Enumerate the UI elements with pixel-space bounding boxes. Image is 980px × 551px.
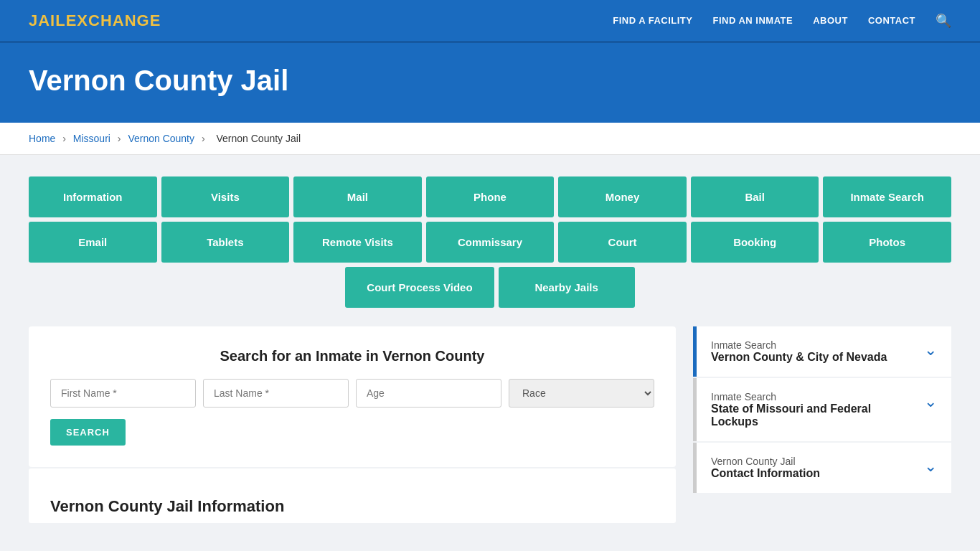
search-button[interactable]: SEARCH	[50, 419, 126, 446]
btn-tablets[interactable]: Tablets	[161, 222, 290, 263]
info-section: Vernon County Jail Information	[29, 468, 676, 523]
nav-find-inmate[interactable]: FIND AN INMATE	[712, 15, 793, 26]
btn-phone[interactable]: Phone	[426, 176, 555, 217]
sidebar-label-1: Inmate Search	[711, 339, 917, 351]
nav-button-row-3: Court Process Video Nearby Jails	[29, 267, 951, 308]
breadcrumb-home[interactable]: Home	[29, 133, 55, 144]
btn-court[interactable]: Court	[558, 222, 687, 263]
breadcrumb-sep-2: ›	[118, 133, 121, 144]
site-logo[interactable]: JAILEXCHANGE	[29, 11, 161, 30]
page-title: Vernon County Jail	[29, 65, 951, 97]
breadcrumb-missouri[interactable]: Missouri	[73, 133, 110, 144]
breadcrumb: Home › Missouri › Vernon County › Vernon…	[0, 123, 980, 155]
breadcrumb-current: Vernon County Jail	[216, 133, 301, 144]
search-fields: Race White Black Hispanic Asian Other	[50, 379, 654, 408]
info-section-title: Vernon County Jail Information	[50, 483, 654, 516]
age-input[interactable]	[356, 379, 501, 408]
btn-court-process-video[interactable]: Court Process Video	[345, 267, 494, 308]
chevron-down-icon-2: ⌄	[924, 392, 937, 411]
nav-about[interactable]: ABOUT	[813, 15, 848, 26]
btn-booking[interactable]: Booking	[691, 222, 819, 263]
first-name-input[interactable]	[50, 379, 196, 408]
logo-jail: JAIL	[29, 11, 66, 29]
site-header: JAILEXCHANGE FIND A FACILITY FIND AN INM…	[0, 0, 980, 43]
hero-banner: Vernon County Jail	[0, 43, 980, 123]
nav-contact[interactable]: CONTACT	[868, 15, 915, 26]
btn-commissary[interactable]: Commissary	[426, 222, 555, 263]
sidebar-item-contact[interactable]: Vernon County Jail Contact Information ⌄	[693, 443, 951, 493]
chevron-down-icon-3: ⌄	[924, 457, 937, 476]
lower-section: Search for an Inmate in Vernon County Ra…	[29, 326, 951, 523]
sidebar-item-inmate-search-state[interactable]: Inmate Search State of Missouri and Fede…	[693, 378, 951, 441]
btn-visits[interactable]: Visits	[161, 176, 290, 217]
nav-button-row-1: Information Visits Mail Phone Money Bail…	[29, 176, 951, 217]
search-panel-title: Search for an Inmate in Vernon County	[50, 348, 654, 364]
breadcrumb-vernon-county[interactable]: Vernon County	[128, 133, 194, 144]
sidebar: Inmate Search Vernon County & City of Ne…	[693, 326, 951, 494]
sidebar-label-3: Vernon County Jail	[711, 456, 917, 467]
btn-bail[interactable]: Bail	[691, 176, 819, 217]
breadcrumb-sep-3: ›	[202, 133, 205, 144]
sidebar-item-inmate-search-local[interactable]: Inmate Search Vernon County & City of Ne…	[693, 326, 951, 377]
main-nav: FIND A FACILITY FIND AN INMATE ABOUT CON…	[613, 13, 951, 29]
btn-photos[interactable]: Photos	[823, 222, 951, 263]
btn-remote-visits[interactable]: Remote Visits	[293, 222, 422, 263]
sidebar-title-1: Vernon County & City of Nevada	[711, 351, 917, 364]
sidebar-label-2: Inmate Search	[711, 391, 917, 402]
main-area: Information Visits Mail Phone Money Bail…	[0, 155, 980, 545]
btn-inmate-search[interactable]: Inmate Search	[823, 176, 951, 217]
search-icon[interactable]: 🔍	[936, 13, 951, 29]
left-column: Search for an Inmate in Vernon County Ra…	[29, 326, 676, 523]
sidebar-title-3: Contact Information	[711, 467, 917, 480]
btn-mail[interactable]: Mail	[293, 176, 422, 217]
nav-button-row-2: Email Tablets Remote Visits Commissary C…	[29, 222, 951, 263]
breadcrumb-sep-1: ›	[62, 133, 66, 144]
chevron-down-icon-1: ⌄	[924, 341, 937, 359]
btn-money[interactable]: Money	[558, 176, 687, 217]
btn-email[interactable]: Email	[29, 222, 157, 263]
last-name-input[interactable]	[203, 379, 349, 408]
sidebar-title-2: State of Missouri and Federal Lockups	[711, 402, 917, 428]
btn-information[interactable]: Information	[29, 176, 157, 217]
btn-nearby-jails[interactable]: Nearby Jails	[499, 267, 635, 308]
logo-exchange: EXCHANGE	[66, 11, 161, 29]
race-select[interactable]: Race White Black Hispanic Asian Other	[509, 379, 654, 408]
search-panel: Search for an Inmate in Vernon County Ra…	[29, 326, 676, 467]
nav-find-facility[interactable]: FIND A FACILITY	[613, 15, 692, 26]
